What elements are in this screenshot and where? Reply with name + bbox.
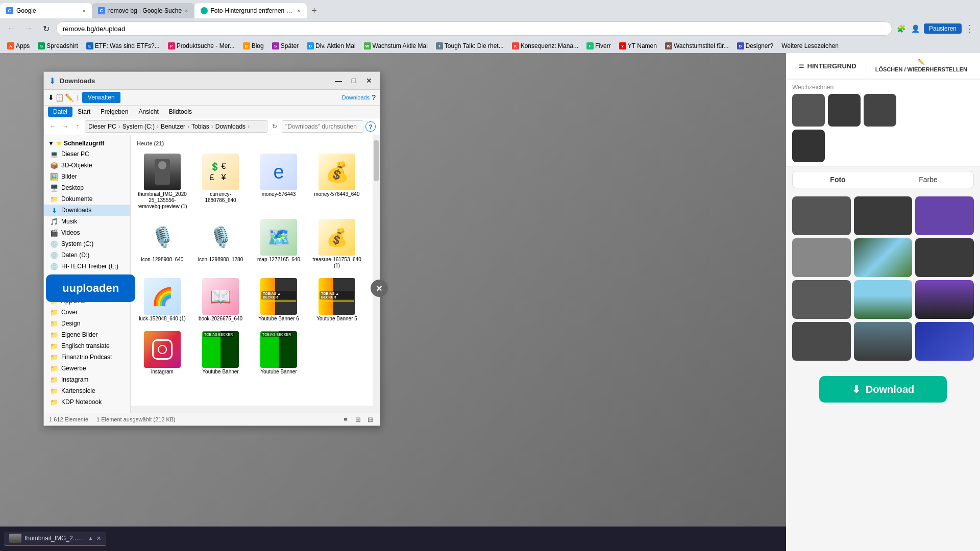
bookmark-produktsuche[interactable]: P Produktsuche - Mer... xyxy=(165,41,238,51)
extensions-button[interactable]: 🧩 xyxy=(895,22,908,35)
file-item-mic-1[interactable]: 🎙️ icon-1298908_640 xyxy=(135,216,190,272)
sidebar-item-desktop[interactable]: 🖥️ Desktop xyxy=(44,182,130,193)
bookmark-fiverr[interactable]: F Fiverr xyxy=(583,41,614,51)
sidebar-item-gewerbe[interactable]: 📁 Gewerbe xyxy=(44,363,130,374)
file-item-book[interactable]: 📖 book-2026675_640 xyxy=(193,275,248,325)
file-item-money-bag[interactable]: 💰 money-576443_640 xyxy=(309,151,364,213)
sidebar-item-downloads[interactable]: ⬇ Downloads xyxy=(44,205,130,216)
bookmark-etf[interactable]: E ETF: Was sind ETFs?... xyxy=(83,41,163,51)
tab-close-removebg[interactable]: × xyxy=(297,8,300,14)
sidebar-item-dieser-pc[interactable]: 💻 Dieser PC xyxy=(44,148,130,160)
sidebar-item-system-c[interactable]: 💿 System (C:) xyxy=(44,238,130,249)
sidebar-item-kartenspiele[interactable]: 📁 Kartenspiele xyxy=(44,385,130,396)
bg-thumb-4[interactable] xyxy=(792,130,825,162)
fe-search-input[interactable] xyxy=(282,120,363,133)
forward-button[interactable]: → xyxy=(21,21,36,36)
bookmark-tough[interactable]: T Tough Talk: Die rhet... xyxy=(433,41,507,51)
bookmark-apps[interactable]: A Apps xyxy=(4,41,33,51)
rp-hintergrund-btn[interactable]: ≡ HINTERGRUND xyxy=(799,61,856,71)
small-thumb-2[interactable] xyxy=(854,196,913,235)
fe-up-button[interactable]: ↑ xyxy=(72,121,83,132)
small-thumb-7[interactable] xyxy=(792,280,851,319)
bookmark-blog[interactable]: B Blog xyxy=(240,41,267,51)
profile-button[interactable]: 👤 xyxy=(910,22,922,35)
fe-menu-freigeben[interactable]: Freigeben xyxy=(95,107,133,117)
file-item-banner-green-2[interactable]: TOBIAS BECKER Youtube Banner xyxy=(251,328,306,378)
fe-view-btn-list[interactable]: ≡ xyxy=(341,415,350,424)
fe-close-button[interactable]: ✕ xyxy=(363,75,375,86)
file-item-banner-green-1[interactable]: TOBIAS BECKER Youtube Banner xyxy=(193,328,248,378)
fe-menu-start[interactable]: Start xyxy=(72,107,95,117)
sidebar-item-bilder[interactable]: 🖼️ Bilder xyxy=(44,171,130,182)
bg-thumb-3[interactable] xyxy=(864,94,896,127)
tab-foto[interactable]: Foto xyxy=(793,171,883,188)
fe-menu-datei[interactable]: Datei xyxy=(48,107,72,117)
sidebar-item-cover[interactable]: 📁 Cover xyxy=(44,307,130,318)
small-thumb-8[interactable] xyxy=(854,280,913,319)
sidebar-item-englisch[interactable]: 📁 Englisch translate xyxy=(44,340,130,352)
bookmark-spaeter[interactable]: S Später xyxy=(269,41,302,51)
fe-quick-btn-3[interactable]: ✏️ xyxy=(65,93,74,102)
small-thumb-5[interactable] xyxy=(854,238,913,277)
bookmark-more[interactable]: Weitere Lesezeichen xyxy=(778,41,842,51)
sidebar-item-instagram[interactable]: 📁 Instagram xyxy=(44,374,130,385)
file-item-currency[interactable]: 💲 € £ ¥ currency-1680786_640 xyxy=(193,151,248,213)
tab-remove-bg-active[interactable]: Foto-Hintergrund entfernen — re... × xyxy=(194,3,307,18)
sidebar-header-quick-access[interactable]: ▼ ★ Schnellzugriff xyxy=(44,138,130,148)
fe-view-btn-detail[interactable]: ⊞ xyxy=(353,415,362,424)
fe-maximize-button[interactable]: □ xyxy=(348,75,359,86)
fe-back-button[interactable]: ← xyxy=(48,121,58,132)
fe-breadcrumb[interactable]: Dieser PC › System (C:) › Benutzer › Tob… xyxy=(85,120,267,133)
rp-loeschen-btn[interactable]: ✏️ LÖSCHEN / WIEDERHERSTELLEN xyxy=(875,59,967,73)
bg-thumb-2[interactable] xyxy=(828,94,861,127)
fe-scrollbar-thumb[interactable] xyxy=(374,140,379,181)
small-thumb-1[interactable] xyxy=(792,196,851,235)
sidebar-item-hitech[interactable]: 💿 HI-TECH Treiber (E:) xyxy=(44,261,130,272)
sidebar-item-design[interactable]: 📁 Design xyxy=(44,318,130,329)
small-thumb-3[interactable] xyxy=(915,196,974,235)
sidebar-item-dokumente[interactable]: 📁 Dokumente xyxy=(44,193,130,205)
fe-view-btn-large[interactable]: ⊟ xyxy=(365,415,375,424)
new-tab-button[interactable]: + xyxy=(307,3,322,18)
small-thumb-4[interactable] xyxy=(792,238,851,277)
file-item-banner-5[interactable]: TOBIAS ▲ BECKER Youtube Banner 5 xyxy=(309,275,364,325)
file-item-instagram[interactable]: instagram xyxy=(135,328,190,378)
sidebar-item-finanztrio[interactable]: 📁 Finanztrio Podcast xyxy=(44,352,130,363)
fe-ribbon-tab-verwalten[interactable]: Verwalten xyxy=(82,92,120,103)
file-item-thumbnail[interactable]: thumbnail_IMG_202025_135556-removebg-pre… xyxy=(135,151,190,213)
sidebar-item-videos[interactable]: 🎬 Videos xyxy=(44,227,130,238)
file-item-mic-2[interactable]: 🎙️ icon-1298908_1280 xyxy=(193,216,248,272)
tab-google[interactable]: G Google × xyxy=(0,3,92,18)
fe-quick-btn-2[interactable]: 📋 xyxy=(55,93,64,102)
small-thumb-10[interactable] xyxy=(792,322,851,361)
file-item-banner-6[interactable]: TOBIAS ▲ BECKER Youtube Banner 6 xyxy=(251,275,306,325)
bookmark-div-aktien[interactable]: D Div. Aktien Mai xyxy=(304,41,358,51)
pausieren-button[interactable]: Pausieren xyxy=(924,23,962,34)
sidebar-item-daten-d[interactable]: 💿 Daten (D:) xyxy=(44,249,130,261)
sidebar-item-musik[interactable]: 🎵 Musik xyxy=(44,216,130,227)
bookmark-wachstum[interactable]: W Wachstum Aktie Mai xyxy=(361,41,431,51)
fe-horizontal-scrollbar[interactable] xyxy=(131,406,373,413)
bg-thumb-1[interactable] xyxy=(792,94,825,127)
hochladen-button[interactable]: uuploaden xyxy=(46,274,135,302)
fe-forward-button[interactable]: → xyxy=(60,121,70,132)
file-item-map[interactable]: 🗺️ map-1272165_640 xyxy=(251,216,306,272)
file-item-treasure[interactable]: 💰 treasure-161753_640 (1) xyxy=(309,216,364,272)
small-thumb-11[interactable] xyxy=(854,322,913,361)
tab-farbe[interactable]: Farbe xyxy=(883,171,973,188)
fe-help-button[interactable]: ? xyxy=(372,93,376,102)
bookmark-konsequenz[interactable]: K Konsequenz: Mana... xyxy=(509,41,581,51)
fe-vertical-scrollbar[interactable] xyxy=(373,135,380,413)
fe-refresh-button[interactable]: ↻ xyxy=(270,121,280,132)
tab-remove-bg-search[interactable]: G remove bg - Google-Suche × xyxy=(92,3,194,18)
fe-minimize-button[interactable]: — xyxy=(333,75,344,86)
address-input[interactable] xyxy=(56,21,892,36)
tab-close-google[interactable]: × xyxy=(83,8,86,14)
file-item-luck[interactable]: 🌈 luck-152048_640 (1) xyxy=(135,275,190,325)
file-item-money-ie[interactable]: e money-576443 xyxy=(251,151,306,213)
sidebar-item-eigene-bilder[interactable]: 📁 Eigene Bilder xyxy=(44,329,130,340)
small-thumb-12[interactable] xyxy=(915,322,974,361)
back-button[interactable]: ← xyxy=(4,21,18,36)
fe-menu-bildtools[interactable]: Bildtools xyxy=(164,107,197,117)
menu-button[interactable]: ⋮ xyxy=(964,22,976,35)
